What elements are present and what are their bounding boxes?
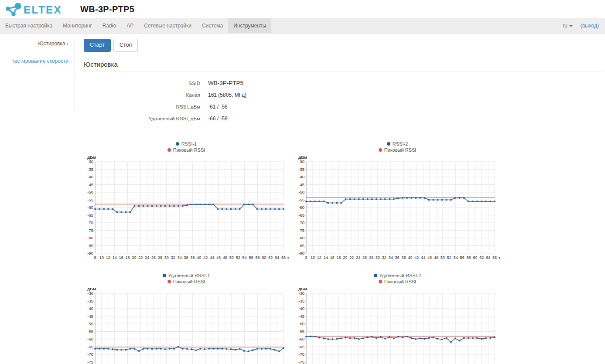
- tab-system[interactable]: Система: [197, 18, 228, 33]
- logo-circle-large: [15, 3, 21, 10]
- svg-text:28: 28: [158, 255, 162, 260]
- svg-text:30: 30: [164, 255, 169, 260]
- app-header: ELTEX WB-3P-PTP5: [0, 0, 605, 18]
- svg-text:10: 10: [311, 255, 315, 260]
- svg-text:-40: -40: [87, 306, 93, 311]
- remote-rssi-2-plot: 8101214161820222426283032343638404244464…: [295, 286, 500, 364]
- legend-dot-red-icon: [167, 148, 171, 152]
- field-channel: Канал 161 (5805, МГц): [84, 92, 604, 98]
- svg-text:t, c: t, c: [287, 255, 289, 260]
- field-label: RSSI, дБм: [84, 104, 208, 109]
- charts-grid: RSSI-1 Пиковый RSSI 81012141618202224262…: [84, 141, 604, 364]
- svg-text:8: 8: [94, 255, 96, 260]
- svg-text:t, c: t, c: [499, 255, 500, 260]
- svg-text:-60: -60: [298, 205, 304, 210]
- svg-text:38: 38: [190, 255, 195, 260]
- status-fields: SSID WB-3P-PTP5 Канал 161 (5805, МГц) RS…: [84, 74, 604, 131]
- main-navbar: Быстрая настройка Мониторинг Radio AP Се…: [0, 18, 605, 34]
- svg-text:60: 60: [473, 255, 477, 260]
- svg-text:-65: -65: [298, 344, 304, 349]
- svg-text:46: 46: [427, 255, 432, 260]
- chart-legend: Удаленный RSSI-1 Пиковый RSSI: [84, 272, 289, 285]
- svg-text:-55: -55: [87, 329, 93, 333]
- svg-text:-30: -30: [298, 291, 304, 296]
- legend-label: Удаленный RSSI-2: [379, 272, 421, 279]
- svg-text:32: 32: [382, 255, 386, 260]
- page-title: WB-3P-PTP5: [80, 4, 134, 14]
- svg-text:дБм: дБм: [298, 155, 307, 160]
- logout-link[interactable]: (выход): [581, 23, 599, 29]
- chart-legend: Удаленный RSSI-2 Пиковый RSSI: [295, 272, 500, 285]
- logo-circle-bottom: [11, 12, 16, 16]
- svg-text:-35: -35: [87, 298, 93, 303]
- svg-text:62: 62: [479, 255, 484, 260]
- field-remote-rssi: Удаленный RSSI, дБм -66 / -59: [84, 116, 604, 122]
- svg-text:-50: -50: [87, 190, 93, 194]
- stop-button[interactable]: Стоп: [113, 39, 138, 52]
- chart-remote-rssi-1: Удаленный RSSI-1 Пиковый RSSI 8101214161…: [84, 272, 289, 364]
- svg-text:-75: -75: [298, 228, 304, 232]
- svg-text:-40: -40: [298, 174, 304, 179]
- rssi-2-plot: 8101214161820222426283032343638404244464…: [295, 155, 500, 262]
- main-panel: Старт Стоп Юстировка SSID WB-3P-PTP5 Кан…: [75, 39, 605, 364]
- svg-text:-70: -70: [87, 220, 93, 225]
- content: Юстировка › Тестирование скорости Старт …: [0, 34, 605, 364]
- svg-text:-55: -55: [87, 197, 93, 202]
- svg-text:-40: -40: [87, 174, 93, 179]
- field-label: Удаленный RSSI, дБм: [84, 116, 208, 121]
- svg-text:-45: -45: [87, 182, 93, 187]
- tab-radio[interactable]: Radio: [97, 18, 121, 33]
- svg-text:-70: -70: [298, 220, 304, 225]
- rssi-1-plot: 8101214161820222426283032343638404244464…: [84, 155, 289, 262]
- sidebar-item-alignment[interactable]: Юстировка ›: [0, 41, 68, 47]
- svg-text:52: 52: [236, 255, 240, 260]
- svg-text:-85: -85: [298, 243, 304, 248]
- logo-text: ELTEX: [24, 4, 62, 16]
- field-label: Канал: [84, 92, 208, 98]
- tab-ap[interactable]: AP: [121, 18, 139, 33]
- svg-text:-65: -65: [87, 344, 93, 349]
- svg-text:8: 8: [305, 255, 307, 260]
- svg-text:54: 54: [454, 255, 458, 260]
- svg-text:-45: -45: [298, 182, 304, 187]
- svg-text:26: 26: [362, 255, 367, 260]
- svg-text:-30: -30: [87, 291, 93, 296]
- eltex-logo: ELTEX: [4, 2, 65, 17]
- svg-text:-85: -85: [87, 243, 93, 248]
- chart-legend: RSSI-1 Пиковый RSSI: [84, 141, 289, 153]
- tab-quick-setup[interactable]: Быстрая настройка: [0, 18, 58, 33]
- svg-text:-80: -80: [298, 235, 304, 240]
- svg-text:56: 56: [249, 255, 253, 260]
- svg-text:-50: -50: [87, 321, 93, 326]
- sidebar-item-speed-test[interactable]: Тестирование скорости: [0, 58, 68, 64]
- svg-text:-65: -65: [87, 212, 93, 217]
- navbar-right: ru (выход): [563, 18, 605, 33]
- svg-text:64: 64: [486, 255, 490, 260]
- svg-text:34: 34: [178, 255, 182, 260]
- tab-monitoring[interactable]: Мониторинг: [58, 18, 97, 33]
- start-button[interactable]: Старт: [84, 39, 111, 52]
- language-label: ru: [563, 23, 567, 29]
- svg-text:-75: -75: [87, 359, 93, 364]
- svg-text:14: 14: [324, 255, 328, 260]
- svg-text:20: 20: [343, 255, 347, 260]
- legend-dot-blue-icon: [374, 274, 377, 277]
- svg-text:58: 58: [255, 255, 260, 260]
- svg-text:50: 50: [441, 255, 445, 260]
- sidebar: Юстировка › Тестирование скорости: [0, 39, 75, 111]
- tab-tools[interactable]: Инструменты: [228, 18, 271, 33]
- svg-text:26: 26: [151, 255, 156, 260]
- language-dropdown[interactable]: ru: [563, 23, 573, 29]
- tab-network-settings[interactable]: Сетевые настройки: [139, 18, 197, 33]
- chart-rssi-1: RSSI-1 Пиковый RSSI 81012141618202224262…: [84, 141, 289, 264]
- svg-text:46: 46: [216, 255, 221, 260]
- chart-remote-rssi-2: Удаленный RSSI-2 Пиковый RSSI 8101214161…: [295, 272, 500, 364]
- svg-text:50: 50: [229, 255, 234, 260]
- svg-text:22: 22: [138, 255, 143, 260]
- svg-text:38: 38: [401, 255, 406, 260]
- svg-text:64: 64: [275, 255, 279, 260]
- legend-label: Удаленный RSSI-1: [168, 272, 210, 279]
- svg-text:24: 24: [356, 255, 360, 260]
- svg-text:42: 42: [414, 255, 419, 260]
- svg-text:12: 12: [106, 255, 110, 260]
